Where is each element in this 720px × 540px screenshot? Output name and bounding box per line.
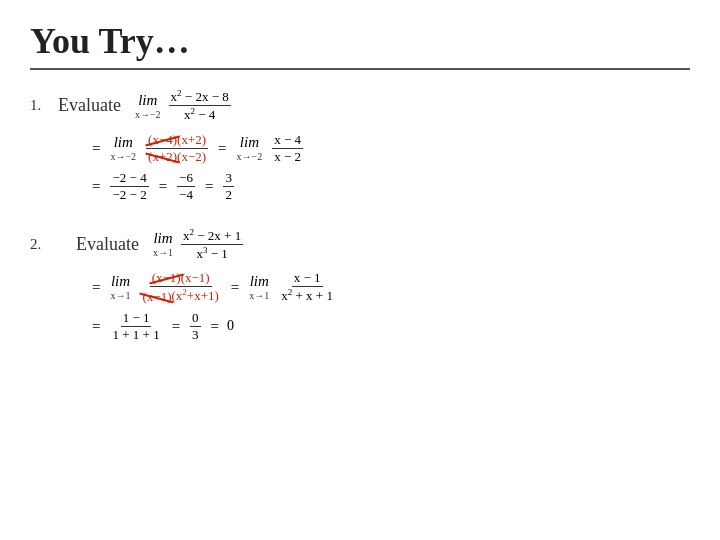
problem-1: 1. Evaluate lim x→−2 x2 − 2x − 8 x2 − 4 … (30, 88, 690, 203)
lim-block-2: lim x→1 (153, 230, 173, 258)
problem-2-num: 2. (30, 236, 50, 253)
problem-2-step2: = 1 − 1 1 + 1 + 1 = 0 3 = 0 (90, 310, 690, 343)
problem-2-header: 2. Evaluate lim x→1 x2 − 2x + 1 x3 − 1 (30, 227, 690, 263)
problem-2-step1: = lim x→1 (x−1)(x−1) (x−1)(x2+x+1) = lim… (90, 270, 690, 304)
problem-1-expression: lim x→−2 x2 − 2x − 8 x2 − 4 (133, 88, 233, 124)
problem-1-header: 1. Evaluate lim x→−2 x2 − 2x − 8 x2 − 4 (30, 88, 690, 124)
problem-1-label: Evaluate (58, 95, 121, 116)
problem-2: 2. Evaluate lim x→1 x2 − 2x + 1 x3 − 1 =… (30, 227, 690, 343)
problem-1-step1: = lim x→−2 (x−4)(x+2) (x+2)(x−2) = lim x… (90, 132, 690, 165)
problem-2-label: Evaluate (76, 234, 139, 255)
problem-1-step2: = −2 − 4 −2 − 2 = −6 −4 = 3 2 (90, 170, 690, 203)
lim-block-1: lim x→−2 (135, 92, 161, 120)
page: You Try… 1. Evaluate lim x→−2 x2 − 2x − … (0, 0, 720, 540)
page-title: You Try… (30, 20, 690, 70)
problem-1-num: 1. (30, 97, 50, 114)
problem-2-expression: lim x→1 x2 − 2x + 1 x3 − 1 (151, 227, 245, 263)
